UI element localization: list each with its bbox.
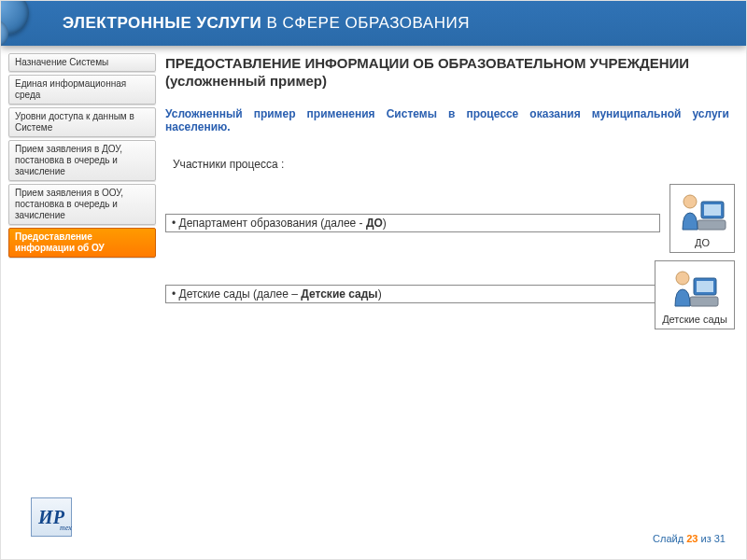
svg-rect-5 bbox=[697, 281, 713, 292]
person-at-computer-icon bbox=[655, 265, 734, 312]
logo-text: ИР тех bbox=[38, 507, 64, 528]
nav-item-access[interactable]: Уровни доступа к данным в Системе bbox=[8, 107, 156, 137]
sidebar: Назначение Системы Единая информационная… bbox=[8, 53, 156, 258]
nav-item-oou[interactable]: Прием заявления в ООУ, постановка в очер… bbox=[8, 184, 156, 225]
main-content: ПРЕДОСТАВЛЕНИЕ ИНФОРМАЦИИ ОБ ОБРАЗОВАТЕЛ… bbox=[165, 55, 729, 171]
participant-text-ds: • Детские сады (далее – Детские сады) bbox=[166, 287, 382, 301]
nav-item-dou[interactable]: Прием заявления в ДОУ, постановка в очер… bbox=[8, 140, 156, 181]
svg-rect-1 bbox=[704, 204, 721, 216]
header-bar: ЭЛЕКТРОННЫЕ УСЛУГИ В СФЕРЕ ОБРАЗОВАНИЯ bbox=[1, 1, 746, 46]
slide: ЭЛЕКТРОННЫЕ УСЛУГИ В СФЕРЕ ОБРАЗОВАНИЯ Н… bbox=[0, 0, 747, 560]
svg-rect-2 bbox=[698, 220, 726, 230]
actor-label-do: ДО bbox=[670, 237, 734, 248]
header-title-strong: ЭЛЕКТРОННЫЕ УСЛУГИ bbox=[63, 14, 261, 32]
slide-number: Слайд 23 из 31 bbox=[653, 533, 726, 544]
header-title-rest: В СФЕРЕ ОБРАЗОВАНИЯ bbox=[261, 14, 470, 32]
svg-rect-6 bbox=[690, 297, 718, 306]
intro-text: Усложненный пример применения Системы в … bbox=[165, 107, 729, 133]
svg-point-3 bbox=[684, 195, 697, 208]
header-title: ЭЛЕКТРОННЫЕ УСЛУГИ В СФЕРЕ ОБРАЗОВАНИЯ bbox=[63, 14, 470, 33]
nav-item-ou-info[interactable]: Предоставление информации об ОУ bbox=[8, 228, 156, 258]
person-at-computer-icon bbox=[670, 189, 734, 235]
svg-point-7 bbox=[676, 272, 689, 285]
nav-item-env[interactable]: Единая информационная среда bbox=[8, 75, 156, 105]
participant-row-do: • Департамент образования (далее - ДО) bbox=[165, 214, 660, 232]
participant-text-do: • Департамент образования (далее - ДО) bbox=[166, 217, 387, 230]
participants-label: Участники процесса : bbox=[173, 158, 729, 171]
actor-box-do: ДО bbox=[669, 184, 735, 253]
actor-box-ds: Детские сады bbox=[655, 260, 735, 329]
logo-irtech: ИР тех bbox=[31, 497, 72, 537]
actor-label-ds: Детские сады bbox=[655, 314, 734, 325]
participant-row-ds: • Детские сады (далее – Детские сады) bbox=[165, 285, 660, 303]
nav-item-purpose[interactable]: Назначение Системы bbox=[8, 53, 156, 72]
page-title: ПРЕДОСТАВЛЕНИЕ ИНФОРМАЦИИ ОБ ОБРАЗОВАТЕЛ… bbox=[165, 55, 729, 91]
